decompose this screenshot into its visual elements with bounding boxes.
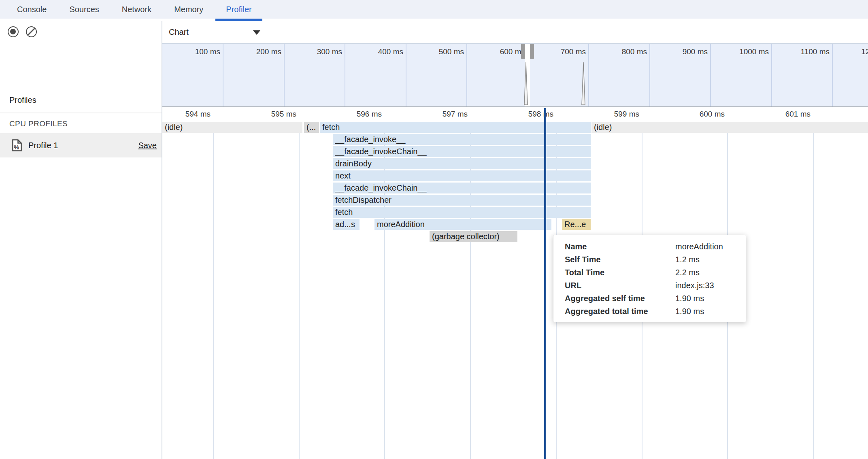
- tab-network[interactable]: Network: [117, 0, 156, 19]
- tab-sources[interactable]: Sources: [64, 0, 104, 19]
- sidebar-divider: [0, 113, 162, 113]
- overview-tick-label: 1200 ms: [861, 47, 868, 56]
- overview-gridline: [345, 44, 345, 106]
- save-profile-link[interactable]: Save: [138, 133, 157, 157]
- overview-gridline: [710, 44, 711, 106]
- profile-name: Profile 1: [28, 133, 58, 157]
- cpu-activity-spike: [523, 62, 529, 106]
- record-profile-button[interactable]: [8, 26, 19, 37]
- overview-tick-label: 200 ms: [256, 47, 281, 56]
- flame-tick-label: 601 ms: [785, 110, 811, 119]
- overview-gridline: [832, 44, 833, 106]
- profiler-toolbar: Chart: [0, 21, 868, 44]
- view-mode-value: Chart: [169, 28, 189, 37]
- tab-console[interactable]: Console: [12, 0, 51, 19]
- flame-tick-label: 595 ms: [271, 110, 296, 119]
- tooltip-value: 1.90 ms: [675, 294, 704, 303]
- flame-tick-label: 597 ms: [443, 110, 468, 119]
- flame-bar--[interactable]: (...: [304, 122, 319, 133]
- tooltip-value: moreAddition: [675, 242, 723, 251]
- tooltip-label: Self Time: [565, 255, 675, 264]
- overview-tick-label: 700 ms: [561, 47, 586, 56]
- profile-document-icon: %: [11, 139, 23, 152]
- flame-bar-fetch[interactable]: fetch: [333, 207, 591, 218]
- overview-gridline: [284, 44, 285, 106]
- flame-tick-label: 600 ms: [700, 110, 725, 119]
- flame-bar-next[interactable]: next: [333, 170, 591, 181]
- tooltip-label: Name: [565, 242, 675, 251]
- tooltip-row: Total Time2.2 ms: [565, 266, 746, 279]
- svg-text:%: %: [14, 144, 19, 151]
- flame-bar-drainbody[interactable]: drainBody: [333, 158, 591, 169]
- tooltip-row: URLindex.js:33: [565, 279, 746, 292]
- flame-tick-label: 598 ms: [528, 110, 553, 119]
- flame-bar-fetchdispatcher[interactable]: fetchDispatcher: [333, 195, 591, 206]
- profiles-sidebar: Profiles CPU PROFILES % Profile 1 Save: [0, 43, 162, 459]
- overview-gridline: [406, 44, 406, 106]
- flame-bar-fetch[interactable]: fetch: [320, 122, 591, 133]
- sidebar-title: Profiles: [9, 96, 36, 105]
- tooltip-value: index.js:33: [675, 281, 714, 290]
- flame-bar--idle-[interactable]: (idle): [591, 122, 868, 133]
- tab-memory[interactable]: Memory: [169, 0, 208, 19]
- flame-bar-re-e[interactable]: Re...e: [562, 219, 591, 230]
- chevron-down-icon: [253, 30, 260, 35]
- overview-tick-label: 1100 ms: [801, 47, 830, 56]
- overview-gridline: [588, 44, 589, 106]
- flame-gridline: [299, 120, 300, 459]
- tab-profiler[interactable]: Profiler: [221, 0, 256, 19]
- sidebar-item-profile-1[interactable]: % Profile 1 Save: [0, 133, 162, 157]
- flame-bar--facade-invoke-[interactable]: __facade_invoke__: [333, 134, 591, 145]
- overview-tick-label: 800 ms: [622, 47, 647, 56]
- tooltip-value: 2.2 ms: [675, 268, 700, 277]
- cpu-profiles-section-label: CPU PROFILES: [9, 119, 68, 128]
- overview-gridline: [223, 44, 223, 106]
- tooltip-label: Total Time: [565, 268, 675, 277]
- tooltip-value: 1.90 ms: [675, 307, 704, 316]
- overview-tick-label: 400 ms: [378, 47, 403, 56]
- timeline-overview[interactable]: 100 ms200 ms300 ms400 ms500 ms600 ms700 …: [162, 44, 868, 107]
- overview-tick-label: 1000 ms: [739, 47, 769, 56]
- flame-chart-panel: (idle)(...fetch(idle)__facade_invoke____…: [162, 43, 868, 459]
- flame-tick-label: 599 ms: [614, 110, 639, 119]
- playhead-line[interactable]: [544, 108, 546, 459]
- selection-right-handle[interactable]: [530, 44, 534, 59]
- flame-bar--facade-invokechain-[interactable]: __facade_invokeChain__: [333, 183, 591, 193]
- tooltip-label: URL: [565, 281, 675, 290]
- tooltip-row: NamemoreAddition: [565, 240, 746, 253]
- view-mode-select[interactable]: Chart: [169, 21, 189, 43]
- tooltip-row: Aggregated total time1.90 ms: [565, 305, 746, 318]
- clear-profiles-button[interactable]: [26, 26, 37, 37]
- flame-tick-label: 594 ms: [185, 110, 211, 119]
- flame-bar-moreaddition[interactable]: moreAddition: [374, 219, 551, 230]
- overview-gridline: [771, 44, 772, 106]
- flame-chart-ruler: 594 ms595 ms596 ms597 ms598 ms599 ms600 …: [162, 107, 868, 122]
- flame-bar-ad-s[interactable]: ad...s: [333, 219, 360, 230]
- overview-gridline: [649, 44, 650, 106]
- tooltip-row: Aggregated self time1.90 ms: [565, 292, 746, 305]
- cpu-activity-spike: [581, 62, 586, 106]
- flame-gridline: [213, 120, 214, 459]
- tooltip-value: 1.2 ms: [675, 255, 700, 264]
- selection-left-handle[interactable]: [521, 44, 525, 59]
- tooltip-label: Aggregated self time: [565, 294, 675, 303]
- flame-bar--idle-[interactable]: (idle): [162, 122, 302, 133]
- overview-tick-label: 900 ms: [683, 47, 708, 56]
- tooltip-label: Aggregated total time: [565, 307, 675, 316]
- overview-gridline: [466, 44, 467, 106]
- flame-gridline: [813, 120, 814, 459]
- overview-tick-label: 500 ms: [439, 47, 464, 56]
- overview-tick-label: 100 ms: [195, 47, 220, 56]
- tooltip-row: Self Time1.2 ms: [565, 253, 746, 266]
- flame-bar--facade-invokechain-[interactable]: __facade_invokeChain__: [333, 146, 591, 157]
- devtools-tab-bar: ConsoleSourcesNetworkMemoryProfiler: [0, 0, 868, 19]
- flame-bar--garbage-collector-[interactable]: (garbage collector): [430, 231, 517, 242]
- overview-tick-label: 300 ms: [317, 47, 342, 56]
- flame-tick-label: 596 ms: [357, 110, 382, 119]
- frame-tooltip: NamemoreAdditionSelf Time1.2 msTotal Tim…: [553, 235, 746, 322]
